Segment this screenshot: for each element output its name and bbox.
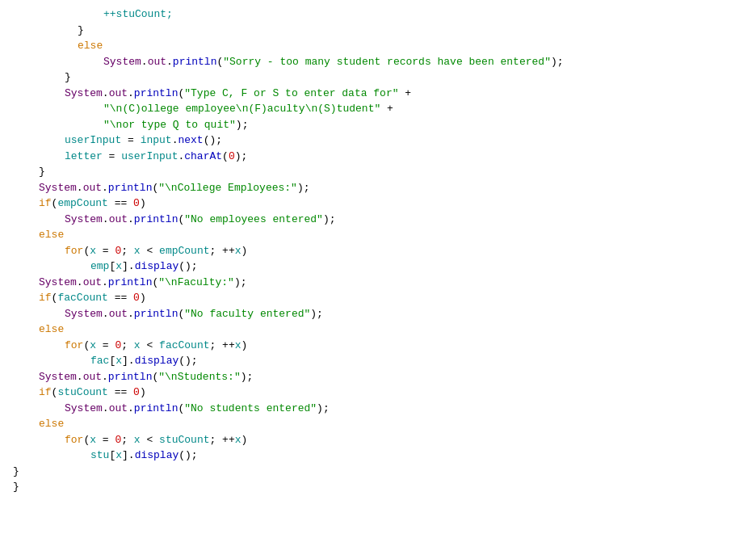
code-content: ++stuCount;}elseSystem.out.println("Sorr…	[0, 6, 756, 495]
code-line: }	[0, 23, 756, 39]
code-line: System.out.println("\nCollege Employees:…	[0, 180, 756, 196]
code-line: }	[0, 164, 756, 180]
code-line: System.out.println("\nFaculty:");	[0, 275, 756, 291]
code-line: fac[x].display();	[0, 353, 756, 369]
code-line: System.out.println("Sorry - too many stu…	[0, 54, 756, 70]
code-line: if(empCount == 0)	[0, 196, 756, 212]
code-line: System.out.println("Type C, F or S to en…	[0, 86, 756, 102]
code-line: System.out.println("No faculty entered")…	[0, 306, 756, 322]
code-line: for(x = 0; x < stuCount; ++x)	[0, 432, 756, 448]
code-line: }	[0, 464, 756, 480]
code-editor: ++stuCount;}elseSystem.out.println("Sorr…	[0, 0, 756, 555]
code-line: else	[0, 38, 756, 54]
code-line: for(x = 0; x < facCount; ++x)	[0, 338, 756, 354]
code-line: stu[x].display();	[0, 448, 756, 464]
code-line: if(facCount == 0)	[0, 290, 756, 306]
code-line: }	[0, 479, 756, 495]
code-line: "\nor type Q to quit");	[0, 117, 756, 133]
code-line: else	[0, 322, 756, 338]
code-line: System.out.println("No employees entered…	[0, 212, 756, 228]
code-line: userInput = input.next();	[0, 132, 756, 149]
code-line: System.out.println("\nStudents:");	[0, 369, 756, 385]
code-line: if(stuCount == 0)	[0, 385, 756, 401]
code-line: emp[x].display();	[0, 259, 756, 275]
code-line: else	[0, 227, 756, 243]
code-line: }	[0, 69, 756, 86]
code-line: for(x = 0; x < empCount; ++x)	[0, 243, 756, 259]
code-line: letter = userInput.charAt(0);	[0, 149, 756, 165]
code-line: System.out.println("No students entered"…	[0, 401, 756, 417]
code-line: else	[0, 416, 756, 432]
code-line: ++stuCount;	[0, 6, 756, 23]
code-line: "\n(C)ollege employee\n(F)aculty\n(S)tud…	[0, 101, 756, 117]
